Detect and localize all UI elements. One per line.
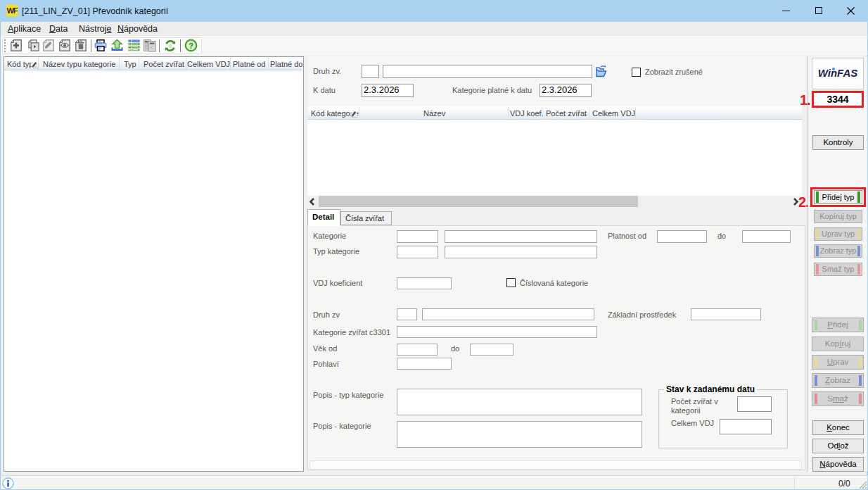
- svg-text:?: ?: [189, 42, 193, 50]
